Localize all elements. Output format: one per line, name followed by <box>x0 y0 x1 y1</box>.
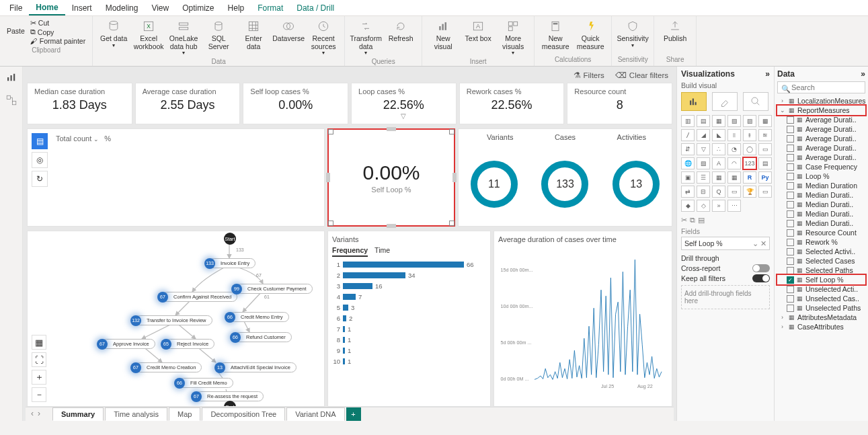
node-confirm[interactable]: 67Confirm Against Received <box>162 292 237 302</box>
viz-stacked-bar[interactable]: ▥ <box>681 115 695 127</box>
clear-filters-button[interactable]: ⌫Clear filters <box>615 71 668 80</box>
variant-row[interactable]: 101 <box>332 358 486 365</box>
field-unselected-paths[interactable]: ▦Unselected Paths <box>777 303 865 313</box>
tab-decomposition[interactable]: Decomposition Tree <box>202 407 285 421</box>
model-view-button[interactable] <box>3 92 19 108</box>
process-map-visual[interactable]: 133 67 61 Start 133Invoice Entry 67Confi… <box>27 231 325 407</box>
viz-donut[interactable]: ◯ <box>743 143 756 155</box>
field-self-loop-[interactable]: ✓▦Self Loop % <box>777 275 865 284</box>
viz-treemap[interactable]: ▭ <box>758 143 772 155</box>
viz-card[interactable]: 123 <box>743 157 756 169</box>
process-visual-header[interactable]: ▤ ◎ ↻ Total count ⌄ % <box>27 128 325 227</box>
transform-data-button[interactable]: Transform data▾ <box>349 17 383 58</box>
analytics-tab[interactable] <box>743 92 768 111</box>
tool-copy[interactable]: ⧉ <box>690 216 695 225</box>
more-visuals-button[interactable]: More visuals▾ <box>496 17 530 58</box>
paste-button[interactable]: Paste <box>4 17 28 46</box>
card-rework[interactable]: Rework cases %22.56% <box>459 83 565 124</box>
filters-button[interactable]: ⚗Filters <box>574 71 604 80</box>
node-special[interactable]: 13Attach/Edit Special Invoice <box>219 362 297 372</box>
viz-ribbon[interactable]: ≋ <box>758 129 772 141</box>
view-tab-3[interactable]: ↻ <box>32 171 48 187</box>
viz-getmore[interactable]: » <box>712 200 725 212</box>
viz-100col[interactable]: ▩ <box>758 115 772 127</box>
field-selected-paths[interactable]: ▦Selected Paths <box>777 266 865 275</box>
field-unselected-acti-[interactable]: ▦Unselected Acti.. <box>777 284 865 294</box>
viz-stacked-col[interactable]: ▧ <box>727 115 741 127</box>
field-resource-count[interactable]: ▦Resource Count <box>777 228 865 237</box>
table-localizationmeasures[interactable]: ›▦LocalizationMeasures <box>777 96 865 106</box>
viz-paginated[interactable]: ▭ <box>758 186 772 198</box>
variant-row[interactable]: 234 <box>332 272 486 279</box>
variant-row[interactable]: 81 <box>332 336 486 344</box>
field-case-frequency[interactable]: ▦Case Frequency <box>777 162 865 171</box>
field-average-durati-[interactable]: ▦Average Durati.. <box>777 143 865 153</box>
card-average-duration[interactable]: Average case duration2.55 Days <box>135 83 241 124</box>
variant-row[interactable]: 53 <box>332 304 486 311</box>
viz-r[interactable]: R <box>743 171 756 184</box>
tab-summary[interactable]: Summary <box>52 407 104 421</box>
cut-button[interactable]: ✂Cut <box>30 19 85 27</box>
metric-dropdown[interactable]: Total count ⌄ <box>56 134 99 143</box>
duration-over-time-visual[interactable]: Average duration of cases over time 15d … <box>494 231 672 407</box>
recent-sources-button[interactable]: Recent sources▾ <box>307 17 340 58</box>
excel-button[interactable]: XExcel workbook <box>132 17 165 52</box>
node-reject[interactable]: 65Reject Invoice <box>165 339 214 349</box>
new-measure-button[interactable]: New measure <box>539 17 572 52</box>
viz-scatter[interactable]: ∴ <box>712 143 725 155</box>
view-tab-1[interactable]: ▤ <box>32 133 48 149</box>
tab-frequency[interactable]: Frequency <box>332 246 368 257</box>
view-tab-2[interactable]: ◎ <box>32 152 48 168</box>
field-selected-cases[interactable]: ▦Selected Cases <box>777 256 865 266</box>
viz-funnel[interactable]: ▽ <box>697 143 710 155</box>
viz-gauge[interactable]: ◠ <box>727 157 741 169</box>
field-average-durati-[interactable]: ▦Average Durati.. <box>777 134 865 143</box>
publish-button[interactable]: Publish <box>658 17 692 44</box>
viz-narrative[interactable]: ▭ <box>727 186 741 198</box>
text-box-button[interactable]: AText box <box>461 17 495 44</box>
viz-map[interactable]: 🌐 <box>681 157 695 169</box>
card-median-duration[interactable]: Median case duration1.83 Days <box>27 83 132 124</box>
viz-qna[interactable]: Q <box>712 186 725 198</box>
selected-card-visual[interactable]: 0.00% Self Loop % <box>327 128 455 227</box>
node-transfer[interactable]: 132Transfer to Invoice Review <box>135 315 212 325</box>
collapse-data-icon[interactable]: » <box>861 69 865 79</box>
field-rework-[interactable]: ▦Rework % <box>777 237 865 247</box>
viz-waterfall[interactable]: ⇵ <box>681 143 695 155</box>
onelake-button[interactable]: OneLake data hub▾ <box>167 17 200 58</box>
viz-stackedarea[interactable]: ◣ <box>712 129 725 141</box>
field-median-durati-[interactable]: ▦Median Durati.. <box>777 209 865 219</box>
field-median-durati-[interactable]: ▦Median Durati.. <box>777 190 865 200</box>
viz-azure[interactable]: A <box>712 157 725 169</box>
tab-map[interactable]: Map <box>169 407 200 421</box>
drill-through-well[interactable]: Add drill-through fields here <box>681 285 770 309</box>
menu-data-drill[interactable]: Data / Drill <box>290 1 341 15</box>
add-page-button[interactable]: + <box>346 407 361 421</box>
field-selected-activi-[interactable]: ▦Selected Activi.. <box>777 247 865 256</box>
node-fill-cm[interactable]: 66Fill Credit Memo <box>179 378 233 388</box>
viz-matrix[interactable]: ▦ <box>727 171 741 184</box>
node-check-payment[interactable]: 99Check Customer Payment <box>236 284 313 294</box>
node-credit-memo-entry[interactable]: 66Credit Memo Entry <box>229 312 289 322</box>
format-visual-tab[interactable] <box>712 92 738 111</box>
field-average-durati-[interactable]: ▦Average Durati.. <box>777 124 865 134</box>
viz-area[interactable]: ◢ <box>697 129 710 141</box>
variant-row[interactable]: 166 <box>332 261 486 268</box>
layout-grid-button[interactable]: ▦ <box>32 335 46 350</box>
node-approve[interactable]: 67Approve Invoice <box>102 339 155 349</box>
viz-more[interactable]: ⋯ <box>727 200 741 212</box>
zoom-out-button[interactable]: － <box>32 387 46 402</box>
viz-decomp[interactable]: ⊟ <box>697 186 710 198</box>
zoom-in-button[interactable]: ＋ <box>32 370 46 385</box>
viz-table[interactable]: ▦ <box>712 171 725 184</box>
variant-row[interactable]: 316 <box>332 282 486 290</box>
viz-combo1[interactable]: ⫴ <box>727 129 741 141</box>
node-credit-create[interactable]: 67Credit Memo Creation <box>135 362 202 372</box>
viz-filledmap[interactable]: ▧ <box>697 157 710 169</box>
sensitivity-button[interactable]: Sensitivity▾ <box>616 17 649 50</box>
menu-home[interactable]: Home <box>29 1 65 15</box>
copy-button[interactable]: ⧉Copy <box>30 28 85 36</box>
menu-help[interactable]: Help <box>221 1 251 15</box>
variant-row[interactable]: 91 <box>332 347 486 354</box>
field-loop-[interactable]: ▦Loop % <box>777 171 865 181</box>
